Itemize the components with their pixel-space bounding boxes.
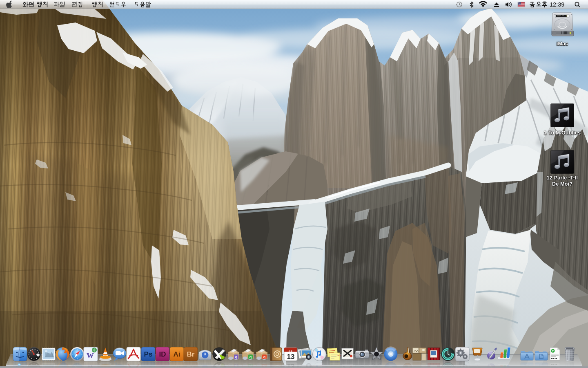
svg-text:JUL: JUL: [288, 350, 293, 352]
svg-text:13: 13: [287, 353, 295, 361]
svg-text:13: 13: [287, 362, 295, 368]
svg-text:q: q: [235, 355, 238, 359]
svg-text:q: q: [249, 355, 252, 359]
svg-text:Br: Br: [187, 350, 195, 358]
svg-text:ID: ID: [159, 365, 166, 368]
svg-text:w: w: [87, 363, 94, 368]
svg-text:ID: ID: [159, 350, 166, 358]
svg-text:Ps: Ps: [144, 350, 153, 358]
svg-text:q: q: [263, 364, 266, 368]
svg-text:Br: Br: [187, 365, 195, 368]
svg-text:Ps: Ps: [144, 365, 153, 368]
svg-text:q: q: [263, 355, 266, 359]
svg-text:q: q: [235, 364, 238, 368]
svg-text:12:39: 12:39: [550, 1, 564, 8]
svg-text:Ai: Ai: [174, 365, 180, 368]
svg-text:Ai: Ai: [174, 350, 180, 358]
svg-text:q: q: [249, 364, 252, 368]
